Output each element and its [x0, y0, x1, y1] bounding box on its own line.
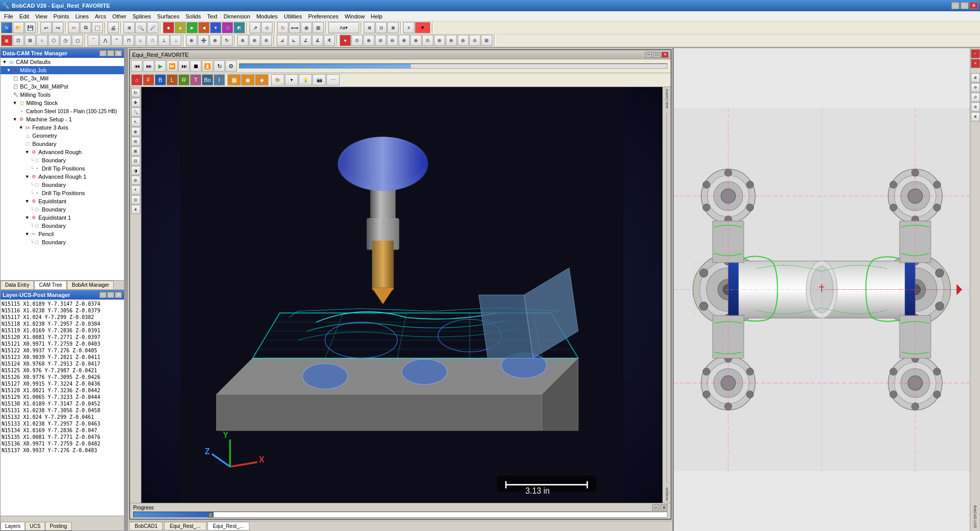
live-btn7[interactable]: ⊗	[971, 112, 980, 121]
tb-r3[interactable]: ⊞	[25, 35, 36, 46]
tree-boundary-equidistant1[interactable]: └ ⬡ Boundary	[1, 222, 124, 230]
sim-restore[interactable]: □	[653, 52, 660, 58]
tb-view7[interactable]: ◩	[234, 22, 245, 33]
tb-view5[interactable]: ▼	[210, 22, 221, 33]
tb-r11[interactable]: ⊓	[123, 35, 134, 46]
tb-r27[interactable]: ∢	[324, 35, 335, 46]
tb-zoom-in[interactable]: 🔍	[135, 22, 147, 33]
expand-pencil[interactable]: ▼	[24, 231, 30, 237]
layer-ucs-close[interactable]: ✕	[115, 292, 122, 298]
tb-r34[interactable]: ⊗	[410, 35, 422, 46]
tb-view6[interactable]: ⬡	[222, 22, 233, 33]
expand-equidistant-1[interactable]: ▼	[24, 215, 30, 221]
tb-r22[interactable]: ⊜	[261, 35, 272, 46]
tree-drill-tip-2[interactable]: └ • Drill Tip Positions	[1, 189, 124, 197]
menu-text[interactable]: Text	[204, 12, 220, 20]
tb-paste[interactable]: 📋	[92, 22, 103, 33]
live-btn1[interactable]: ✓	[971, 49, 980, 58]
view-light2[interactable]: ☀	[131, 205, 140, 214]
sim-mode2[interactable]: ◉	[241, 74, 255, 86]
live-btn2[interactable]: ✕	[971, 59, 980, 68]
menu-arcs[interactable]: Arcs	[92, 12, 109, 20]
tb-r5[interactable]: ⬡	[48, 35, 59, 46]
tb-color[interactable]: ▼	[415, 22, 430, 33]
view-fit[interactable]: ⊞	[131, 146, 140, 156]
expand-milling-stock[interactable]: ▼	[12, 100, 18, 106]
tree-adv-rough[interactable]: ▼ ⚙ Advanced Rough	[1, 148, 124, 156]
tb-r32[interactable]: ⊖	[387, 35, 398, 46]
tb-copy[interactable]: ⧉	[80, 22, 91, 33]
sim-view-back[interactable]: B	[155, 74, 166, 86]
tb-cut[interactable]: ✂	[68, 22, 79, 33]
analysis-label[interactable]: Analysis	[665, 485, 669, 503]
tab-posting[interactable]: Posting	[45, 522, 71, 530]
expand-cam-defaults[interactable]: ▼	[2, 59, 8, 65]
menu-dimension[interactable]: Dimension	[220, 12, 253, 20]
tb-r25[interactable]: ∠	[300, 35, 311, 46]
tb-layer[interactable]: ≡	[403, 22, 414, 33]
expand-milling-job[interactable]: ▼	[6, 67, 12, 73]
menu-file[interactable]: File	[1, 12, 16, 20]
tb-r40[interactable]: ⊞	[481, 35, 492, 46]
tb-undo[interactable]: ↩	[40, 22, 52, 33]
tb-move[interactable]: ⊕	[301, 22, 312, 33]
tb-ortho[interactable]: ⊠	[387, 22, 399, 33]
tb-view2[interactable]: ▲	[175, 22, 186, 33]
tb-r30[interactable]: ⊗	[363, 35, 374, 46]
tree-boundary-equidistant[interactable]: └ ⬡ Boundary	[1, 205, 124, 214]
view-orbit[interactable]: ↻	[131, 88, 140, 97]
sim-step-back[interactable]: ⏭	[143, 60, 154, 72]
tree-pencil[interactable]: ▼ ✏ Pencil	[1, 230, 124, 238]
tree-drill-tip-1[interactable]: └ • Drill Tip Positions	[1, 164, 124, 173]
sim-more[interactable]: ⋯	[326, 74, 340, 86]
tb-r21[interactable]: ⊛	[249, 35, 260, 46]
menu-edit[interactable]: Edit	[16, 12, 32, 20]
expand-equidistant[interactable]: ▼	[24, 198, 30, 204]
sim-loop[interactable]: ↻	[214, 60, 225, 72]
tb-scale[interactable]: ⊞	[312, 22, 324, 33]
tb-snap[interactable]: ⊡	[376, 22, 387, 33]
tree-machine-setup[interactable]: ▼ ⚙ Machine Setup - 1	[1, 115, 124, 123]
tb-r38[interactable]: ⊜	[457, 35, 469, 46]
menu-view[interactable]: View	[32, 12, 51, 20]
view-pan[interactable]: ✥	[131, 98, 140, 107]
tb-r9[interactable]: ⋀	[99, 35, 111, 46]
tb-r28[interactable]: ●	[340, 35, 351, 46]
tb-r19[interactable]: ↻	[221, 35, 233, 46]
tb-r24[interactable]: ⊾	[288, 35, 300, 46]
tree-cam-defaults[interactable]: ▼ 🗂 CAM Defaults	[1, 58, 124, 66]
sim-play[interactable]: ▶	[155, 60, 166, 72]
sim-close[interactable]: ✕	[661, 52, 669, 58]
tb-view3[interactable]: ▶	[186, 22, 198, 33]
sim-options[interactable]: ⚙	[225, 60, 237, 72]
sim-view-left[interactable]: L	[166, 74, 178, 86]
menu-window[interactable]: Window	[342, 12, 368, 20]
expand-feature-3axis[interactable]: ▼	[18, 124, 24, 131]
tb-r23[interactable]: ⊿	[277, 35, 288, 46]
progress-minimize[interactable]: ─	[652, 504, 659, 511]
tb-r6[interactable]: ◷	[60, 35, 71, 46]
sim-step-forward[interactable]: ⏩	[166, 60, 178, 72]
view-wire[interactable]: ⊡	[131, 156, 140, 165]
tb-r26[interactable]: ∡	[312, 35, 323, 46]
sim-color1[interactable]: 🎨	[271, 74, 284, 86]
sim-view-iso[interactable]: I	[214, 74, 225, 86]
menu-lines[interactable]: Lines	[72, 12, 92, 20]
layer-ucs-restore[interactable]: □	[107, 292, 114, 298]
sim-view-home[interactable]: ⌂	[131, 74, 142, 86]
tb-select[interactable]: ↗	[249, 22, 261, 33]
tb-redo[interactable]: ↪	[52, 22, 64, 33]
view-measure[interactable]: ⌖	[131, 185, 140, 195]
menu-other[interactable]: Other	[109, 12, 130, 20]
tb-save[interactable]: 💾	[25, 22, 36, 33]
tab-layers[interactable]: Layers	[1, 522, 25, 530]
tb-zoom-out[interactable]: 🔎	[147, 22, 158, 33]
sim-light[interactable]: 💡	[299, 74, 312, 86]
sim-camera[interactable]: 📷	[312, 74, 326, 86]
tb-r10[interactable]: ⌃	[111, 35, 122, 46]
tb-r4[interactable]: ○	[36, 35, 48, 46]
menu-help[interactable]: Help	[368, 12, 386, 20]
tb-new[interactable]: N	[1, 22, 12, 33]
layer-ucs-minimize[interactable]: ─	[99, 292, 107, 298]
tree-feature-3axis[interactable]: ▼ 3X Feature 3 Axis	[1, 123, 124, 132]
